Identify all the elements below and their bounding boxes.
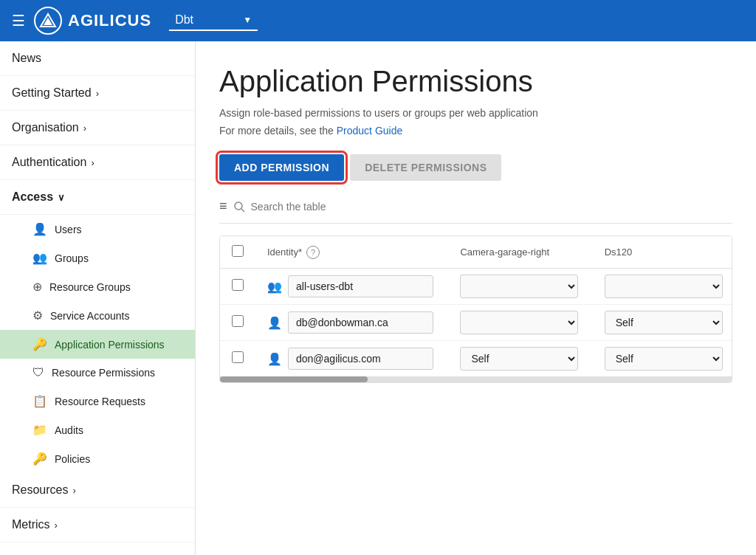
sidebar-sub-item-audits[interactable]: 📁 Audits [0, 416, 195, 444]
table-row: 👤 Self Admin [220, 305, 732, 341]
page-subtitle: Assign role-based permissions to users o… [219, 107, 732, 119]
chevron-right-icon: › [72, 485, 75, 496]
td-ds120-1: Self Admin [593, 269, 732, 305]
sidebar-sub-item-application-permissions-label: Application Permissions [55, 339, 165, 351]
tenant-dropdown[interactable]: Dbt ▼ [169, 10, 258, 31]
user-icon: 👤 [267, 316, 282, 330]
hamburger-menu-icon[interactable]: ☰ [12, 12, 25, 30]
page-guide-line: For more details, see the Product Guide [219, 125, 732, 137]
search-bar: ≡ [219, 199, 732, 224]
td-select-1 [220, 269, 255, 305]
sidebar-sub-item-resource-requests-label: Resource Requests [55, 396, 145, 407]
svg-point-2 [235, 202, 242, 210]
search-icon [233, 201, 245, 213]
td-camera-1: Self Admin [448, 269, 592, 305]
sidebar-item-organisation[interactable]: Organisation › [0, 111, 195, 145]
th-identity-label: Identity* [267, 247, 302, 258]
chevron-right-icon: › [55, 520, 58, 531]
td-ds120-3: Self — Admin [593, 341, 732, 377]
th-identity: Identity* ? [255, 236, 448, 269]
sidebar-sub-item-policies[interactable]: 🔑 Policies [0, 444, 195, 473]
sidebar-item-resources-label: Resources [12, 483, 68, 497]
permissions-table-container: Identity* ? Camera-garage-right Ds120 [219, 235, 732, 383]
audits-icon: 📁 [32, 423, 47, 437]
sidebar-sub-item-resource-permissions[interactable]: 🛡 Resource Permissions [0, 359, 195, 387]
td-camera-2: Self Admin [448, 305, 592, 341]
main-layout: News Getting Started › Organisation › Au… [0, 41, 756, 555]
td-camera-3: Self — Admin [448, 341, 592, 377]
policies-icon: 🔑 [32, 452, 47, 466]
sidebar-sub-item-service-accounts-label: Service Accounts [50, 310, 129, 322]
application-permissions-icon: 🔑 [32, 337, 47, 351]
sidebar-sub-item-resource-permissions-label: Resource Permissions [52, 367, 155, 379]
chevron-down-icon: ▼ [243, 15, 252, 25]
select-all-checkbox[interactable] [232, 245, 244, 257]
tenant-dropdown-value: Dbt [175, 13, 237, 27]
sidebar-item-organisation-label: Organisation [12, 121, 79, 134]
filter-icon[interactable]: ≡ [219, 199, 227, 214]
permissions-table: Identity* ? Camera-garage-right Ds120 [220, 236, 732, 376]
delete-permissions-button[interactable]: DELETE PERMISSIONS [350, 154, 501, 181]
camera-garage-right-select-1[interactable]: Self Admin [460, 275, 578, 298]
sidebar: News Getting Started › Organisation › Au… [0, 41, 196, 555]
th-select [220, 236, 255, 269]
sidebar-sub-item-groups[interactable]: 👥 Groups [0, 244, 195, 272]
sidebar-item-news[interactable]: News [0, 41, 195, 76]
th-ds120: Ds120 [593, 236, 732, 269]
sidebar-item-getting-started[interactable]: Getting Started › [0, 76, 195, 111]
sidebar-sub-item-application-permissions[interactable]: 🔑 Application Permissions [0, 330, 195, 359]
product-guide-link[interactable]: Product Guide [337, 125, 403, 137]
sidebar-item-authentication[interactable]: Authentication › [0, 145, 195, 180]
td-select-2 [220, 305, 255, 341]
sidebar-item-metrics-label: Metrics [12, 518, 50, 531]
row-1-checkbox[interactable] [232, 279, 244, 291]
resource-requests-icon: 📋 [32, 394, 47, 408]
user-icon: 👤 [267, 352, 282, 366]
sidebar-sub-item-users[interactable]: 👤 Users [0, 215, 195, 244]
chevron-right-icon: › [96, 88, 99, 99]
td-identity-2: 👤 [255, 305, 448, 341]
table-row: 👤 Self — Admin [220, 341, 732, 377]
td-ds120-2: Self — Admin [593, 305, 732, 341]
app-header: ☰ AGILICUS Dbt ▼ [0, 0, 756, 41]
logo-icon [39, 12, 57, 30]
guide-prefix-text: For more details, see the [219, 125, 337, 137]
add-permission-button[interactable]: ADD PERMISSION [219, 154, 344, 181]
sidebar-item-access-label: Access [12, 190, 53, 204]
chevron-right-icon: › [83, 123, 86, 134]
sidebar-item-resources[interactable]: Resources › [0, 473, 195, 508]
identity-help-icon[interactable]: ? [306, 246, 320, 259]
row-3-checkbox[interactable] [232, 351, 244, 363]
sidebar-sub-item-groups-label: Groups [55, 252, 89, 264]
resource-permissions-icon: 🛡 [32, 366, 44, 379]
td-identity-1: 👥 [255, 269, 448, 305]
sidebar-item-metrics[interactable]: Metrics › [0, 508, 195, 542]
user-icon: 👤 [32, 222, 47, 236]
sidebar-sub-item-users-label: Users [55, 224, 82, 235]
td-identity-3: 👤 [255, 341, 448, 377]
sidebar-item-news-label: News [12, 52, 41, 65]
identity-input-1[interactable] [288, 275, 433, 297]
camera-garage-right-select-3[interactable]: Self — Admin [460, 347, 578, 370]
sidebar-sub-item-resource-requests[interactable]: 📋 Resource Requests [0, 387, 195, 416]
ds120-select-2[interactable]: Self — Admin [605, 311, 723, 334]
sidebar-sub-item-service-accounts[interactable]: ⚙ Service Accounts [0, 301, 195, 330]
ds120-select-1[interactable]: Self Admin [605, 275, 723, 298]
identity-input-3[interactable] [288, 348, 433, 370]
service-accounts-icon: ⚙ [32, 308, 43, 323]
search-input[interactable] [251, 201, 732, 213]
identity-input-2[interactable] [288, 311, 433, 334]
sidebar-item-access[interactable]: Access ∨ [0, 180, 195, 215]
sidebar-sub-item-resource-groups[interactable]: ⊕ Resource Groups [0, 272, 195, 301]
ds120-select-3[interactable]: Self — Admin [605, 347, 723, 370]
logo: AGILICUS [34, 7, 151, 35]
sidebar-item-authentication-label: Authentication [12, 156, 86, 169]
sidebar-sub-item-policies-label: Policies [55, 453, 90, 465]
page-title: Application Permissions [219, 65, 732, 98]
horizontal-scrollbar[interactable] [220, 376, 732, 382]
resource-groups-icon: ⊕ [32, 280, 42, 294]
chevron-down-icon: ∨ [58, 192, 65, 203]
camera-garage-right-select-2[interactable]: Self Admin [460, 311, 578, 334]
sidebar-sub-item-resource-groups-label: Resource Groups [49, 281, 131, 293]
row-2-checkbox[interactable] [232, 315, 244, 327]
